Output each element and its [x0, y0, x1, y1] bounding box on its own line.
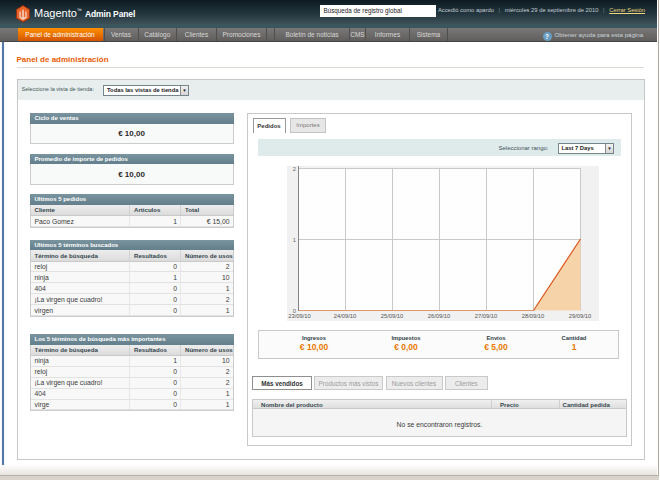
svg-text:28/09/10: 28/09/10 [522, 313, 545, 319]
svg-text:2: 2 [293, 166, 296, 172]
svg-text:27/09/10: 27/09/10 [475, 313, 498, 319]
svg-text:26/09/10: 26/09/10 [428, 313, 451, 319]
svg-text:23/09/10: 23/09/10 [288, 313, 311, 319]
svg-text:1: 1 [293, 237, 296, 243]
svg-text:25/09/10: 25/09/10 [381, 313, 404, 319]
svg-text:29/09/10: 29/09/10 [569, 313, 592, 319]
svg-text:24/09/10: 24/09/10 [334, 313, 357, 319]
